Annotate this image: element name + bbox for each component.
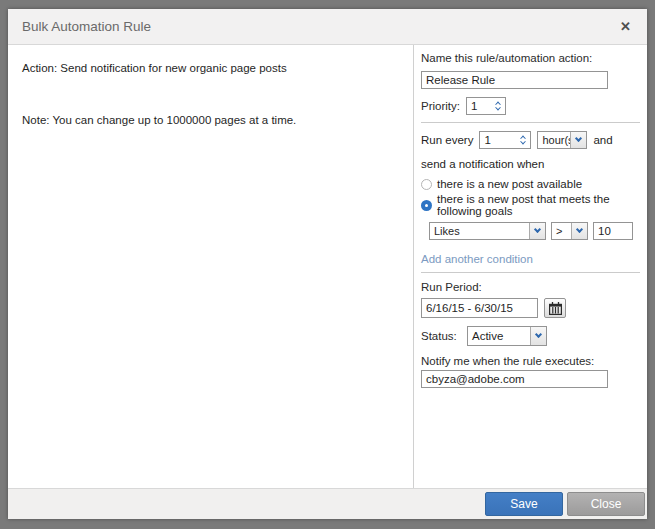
condition-metric-select[interactable]: Likes [429, 222, 546, 240]
run-every-input[interactable] [480, 132, 516, 148]
divider [421, 122, 640, 123]
radio-unchecked-icon[interactable] [421, 179, 432, 190]
status-select[interactable]: Active [467, 326, 547, 346]
calendar-icon [549, 302, 562, 315]
interval-unit-value: hour(s) [538, 132, 570, 148]
note-text: Note: You can change up to 1000000 pages… [22, 114, 397, 126]
trigger-options: there is a new post available there is a… [421, 178, 640, 217]
and-label: and [593, 134, 612, 146]
spinner-arrows-icon[interactable] [516, 132, 530, 148]
action-summary-text: Action: Send notification for new organi… [22, 62, 397, 74]
select-drop-zone[interactable] [570, 132, 586, 148]
condition-metric-value: Likes [430, 223, 529, 239]
divider [421, 272, 640, 273]
spinner-arrows-icon[interactable] [491, 98, 505, 114]
run-every-stepper[interactable] [479, 131, 531, 149]
close-button[interactable]: Close [567, 492, 645, 516]
name-label: Name this rule/automation action: [421, 52, 640, 64]
chevron-down-icon [534, 226, 541, 233]
status-value: Active [468, 327, 530, 345]
add-condition-link[interactable]: Add another condition [421, 253, 533, 265]
notify-label: Notify me when the rule executes: [421, 355, 640, 367]
rule-form-panel: Name this rule/automation action: Priori… [413, 45, 647, 488]
priority-stepper[interactable] [466, 97, 506, 115]
interval-unit-select[interactable]: hour(s) [537, 131, 587, 149]
run-period-label: Run Period: [421, 281, 640, 293]
dialog-footer: Save Close [8, 488, 647, 519]
radio-new-post-option[interactable]: there is a new post available [421, 178, 640, 190]
run-every-label: Run every [421, 134, 473, 146]
run-period-input[interactable] [421, 298, 538, 318]
dialog-title: Bulk Automation Rule [22, 19, 620, 34]
priority-row: Priority: [421, 97, 640, 115]
dialog-content: Action: Send notification for new organi… [8, 45, 647, 488]
window-overlay: Bulk Automation Rule ✕ Action: Send noti… [0, 0, 655, 529]
rule-name-input[interactable] [421, 71, 608, 89]
chevron-down-icon [576, 226, 583, 233]
chevron-down-icon [575, 135, 582, 142]
notify-email-input[interactable] [421, 370, 608, 388]
close-icon[interactable]: ✕ [620, 20, 631, 33]
radio-goals-label: there is a new post that meets the follo… [437, 193, 640, 217]
priority-input[interactable] [467, 98, 491, 114]
send-notification-label: send a notification when [421, 158, 640, 170]
radio-checked-icon[interactable] [421, 200, 432, 211]
summary-panel: Action: Send notification for new organi… [8, 45, 413, 488]
status-label: Status: [421, 330, 454, 342]
status-row: Status: Active [421, 326, 640, 346]
chevron-down-icon[interactable] [495, 105, 501, 111]
run-every-row: Run every hour(s) and [421, 131, 640, 149]
select-drop-zone[interactable] [530, 327, 546, 345]
radio-new-post-label: there is a new post available [437, 178, 582, 190]
radio-goals-option[interactable]: there is a new post that meets the follo… [421, 193, 640, 217]
condition-operator-select[interactable]: > [551, 222, 588, 240]
select-drop-zone[interactable] [529, 223, 545, 239]
priority-label: Priority: [421, 100, 458, 112]
condition-row: Likes > [429, 222, 640, 240]
dialog-titlebar: Bulk Automation Rule ✕ [8, 9, 647, 45]
run-period-row [421, 298, 640, 318]
condition-value-input[interactable] [593, 222, 633, 240]
calendar-button[interactable] [544, 298, 566, 318]
save-button[interactable]: Save [485, 492, 563, 516]
bulk-automation-rule-dialog: Bulk Automation Rule ✕ Action: Send noti… [8, 9, 647, 519]
condition-operator-value: > [552, 223, 571, 239]
chevron-down-icon [535, 331, 542, 338]
select-drop-zone[interactable] [571, 223, 587, 239]
chevron-down-icon[interactable] [521, 139, 527, 145]
